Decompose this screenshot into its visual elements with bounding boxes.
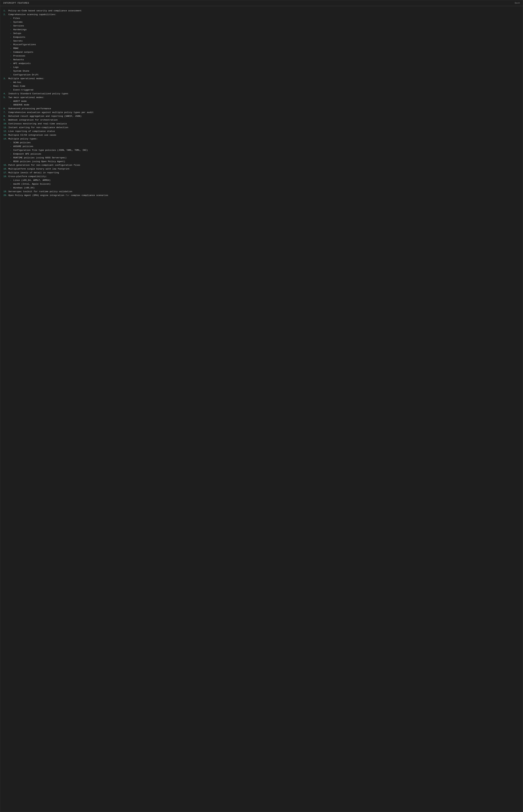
sub-item-text: SCAN policies [13, 141, 31, 145]
dash-icon: - [10, 182, 13, 186]
sub-list-item: - AUDIT mode [3, 99, 520, 103]
sub-list-item: - System State [3, 69, 520, 73]
item-number: 10. [3, 122, 8, 126]
sub-item-text: Misconfigurations [13, 43, 36, 47]
dash-icon: - [10, 36, 13, 39]
sub-list-item: - Configuration Drift [3, 73, 520, 77]
dash-icon: - [10, 85, 13, 88]
item-text: Multiplatform single binary with low foo… [8, 167, 70, 171]
item-text: Serverspec toolkit for runtime policy va… [8, 190, 72, 193]
dash-icon: - [10, 145, 13, 148]
list-item: 3.Multiple operational modes: [3, 77, 520, 81]
dash-icon: - [10, 156, 13, 160]
dash-icon: - [10, 58, 13, 62]
titlebar: INTERCEPT FEATURES Bash [0, 0, 523, 6]
sub-list-item: - Event-triggered [3, 88, 520, 92]
item-text: Continuous monitoring and real-time anal… [8, 122, 67, 126]
item-text: Multiple operational modes: [8, 77, 44, 81]
dash-icon: - [10, 152, 13, 156]
sub-item-text: Event-triggered [13, 88, 33, 92]
item-text: Comprehensive evaluation against multipl… [8, 111, 93, 114]
item-text: Cross-platform compatibility: [8, 175, 47, 179]
sub-list-item: - Logs [3, 66, 520, 69]
item-number: 9. [3, 118, 8, 122]
list-item: 8.Detailed result aggregation and report… [3, 114, 520, 118]
item-number: 11. [3, 126, 8, 130]
sub-item-text: Networks [13, 58, 24, 62]
sub-list-item: - Hardenings [3, 28, 520, 32]
dash-icon: - [10, 99, 13, 103]
sub-item-text: Configuration Drift [13, 73, 39, 77]
item-number: 5. [3, 96, 8, 99]
dash-icon: - [10, 73, 13, 77]
bash-label: Bash [515, 2, 520, 6]
sub-list-item: - Real-time [3, 85, 520, 88]
inline-code: for [66, 194, 70, 197]
sub-item-text: Secrets [13, 39, 23, 43]
dash-icon: - [10, 103, 13, 107]
item-number: 19. [3, 190, 8, 193]
sub-list-item: - Linux (x86_64, ARMv7, ARM64) [3, 179, 520, 182]
sub-item-text: Logs [13, 66, 19, 69]
sub-item-text: Services [13, 24, 24, 28]
sub-item-text: Endpoint API policies [13, 152, 41, 156]
dash-icon: - [10, 51, 13, 54]
sub-list-item: - RUNTIME policies (using GOSS Serverspe… [3, 156, 520, 160]
list-item: 4.Industry Standard Contextualized polic… [3, 92, 520, 96]
sub-item-text: ASSURE policies [13, 145, 33, 148]
dash-icon: - [10, 43, 13, 47]
item-text: Webhook integration for orchestration [8, 118, 58, 122]
sub-item-text: Files [13, 17, 20, 20]
sub-item-text: REGO policies (using Open Policy Agent) [13, 160, 65, 164]
list-item: 11.Instant alerting for non-compliance d… [3, 126, 520, 130]
item-text: Comprehensive scanning capabilities: [8, 13, 56, 17]
sub-list-item: - Endpoints [3, 36, 520, 39]
sub-list-item: - SCAN policies [3, 141, 520, 145]
sub-item-text: Command outputs [13, 51, 33, 54]
sub-list-item: - Services [3, 24, 520, 28]
sub-item-text: Windows (x86_64) [13, 186, 35, 190]
item-text: Multiple policy types: [8, 137, 38, 141]
list-item: 2.Comprehensive scanning capabilities: [3, 13, 520, 17]
list-item: 20.Open Policy Agent (OPA) engine integr… [3, 193, 520, 198]
sub-list-item: - macOS (Intel, Apple Silicon) [3, 182, 520, 186]
sub-list-item: - Misconfigurations [3, 43, 520, 47]
sub-item-text: Ad-hoc [13, 81, 21, 85]
sub-list-item: - Windows (x86_64) [3, 186, 520, 190]
item-number: 14. [3, 137, 8, 141]
sub-list-item: - Ad-hoc [3, 81, 520, 85]
sub-list-item: - Setups [3, 32, 520, 36]
item-text: Two main operational modes: [8, 96, 44, 99]
sub-list-item: - Files [3, 17, 520, 20]
sub-list-item: - API endpoints [3, 62, 520, 66]
item-number: 18. [3, 175, 8, 179]
sub-list-item: - Endpoint API policies [3, 152, 520, 156]
sub-list-item: - ASSURE policies [3, 145, 520, 148]
item-text: Open Policy Agent (OPA) engine integrati… [8, 193, 108, 198]
dash-icon: - [10, 24, 13, 28]
item-text: Industry Standard Contextualized policy … [8, 92, 68, 96]
item-text: Live reporting of compliance status [8, 130, 55, 133]
sub-item-text: Real-time [13, 85, 25, 88]
sub-list-item: - Systems [3, 20, 520, 24]
dash-icon: - [10, 20, 13, 24]
dash-icon: - [10, 88, 13, 92]
sub-list-item: - Processes [3, 54, 520, 58]
window-title: INTERCEPT FEATURES [3, 2, 29, 6]
list-item: 6.Subsecond processing performance [3, 107, 520, 111]
dash-icon: - [10, 186, 13, 190]
sub-item-text: OBSERVE mode [13, 103, 29, 107]
item-number: 8. [3, 114, 8, 118]
sub-item-text: Endpoints [13, 36, 25, 39]
item-text: Detailed result aggregation and reportin… [8, 114, 82, 118]
list-item: 12.Live reporting of compliance status [3, 130, 520, 133]
terminal-window: INTERCEPT FEATURES Bash 1.Policy-as-Code… [0, 0, 523, 812]
dash-icon: - [10, 141, 13, 145]
item-text: Multiple levels of detail in reporting [8, 171, 59, 175]
dash-icon: - [10, 62, 13, 66]
dash-icon: - [10, 160, 13, 164]
sub-item-text: System State [13, 69, 29, 73]
dash-icon: - [10, 66, 13, 69]
sub-item-text: Linux (x86_64, ARMv7, ARM64) [13, 179, 51, 182]
dash-icon: - [10, 28, 13, 32]
